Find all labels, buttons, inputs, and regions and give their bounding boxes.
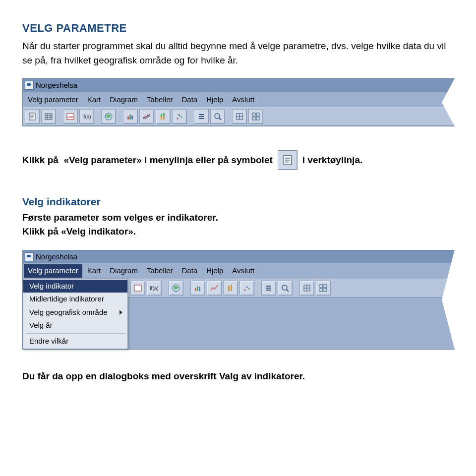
dd-velg-indikator[interactable]: Velg indikator (23, 280, 127, 293)
svg-rect-60 (324, 285, 327, 288)
svg-rect-47 (231, 285, 232, 291)
svg-rect-17 (161, 114, 162, 117)
titlebar: Norgeshelsa (23, 79, 454, 92)
svg-point-54 (282, 285, 287, 290)
menu-diagram-2[interactable]: Diagram (106, 264, 142, 278)
tool-zoom-icon-2[interactable] (278, 281, 293, 296)
svg-rect-15 (131, 116, 133, 119)
tool-formula-icon-2[interactable]: if(a) (147, 281, 162, 296)
svg-rect-46 (228, 286, 230, 291)
menu-tabeller-2[interactable]: Tabeller (143, 264, 177, 278)
svg-rect-13 (127, 117, 129, 119)
tool-zoom-icon[interactable] (210, 109, 225, 124)
menu-data-2[interactable]: Data (178, 264, 201, 278)
dd-velg-geografisk[interactable]: Velg geografisk område (23, 306, 127, 319)
app-title: Norgeshelsa (36, 80, 77, 91)
tool-formula-icon[interactable]: if(a) (79, 109, 94, 124)
svg-rect-19 (163, 113, 165, 116)
section-text-1: Første parameter som velges er indikator… (22, 211, 454, 225)
footer-text: Du får da opp en dialogboks med overskri… (22, 369, 454, 384)
tool-grid-icon-2[interactable] (316, 281, 331, 296)
instruction-pre: Klikk på «Velg parameter» i menylinja el… (22, 153, 273, 168)
svg-rect-4 (45, 114, 52, 119)
svg-point-27 (215, 114, 220, 119)
svg-rect-61 (320, 289, 323, 292)
dd-midlertidige[interactable]: Midlertidige indikatorer (23, 293, 127, 306)
menu-avslutt[interactable]: Avslutt (228, 93, 258, 107)
svg-point-49 (246, 286, 248, 288)
menu-hjelp[interactable]: Hjelp (202, 93, 227, 107)
svg-rect-62 (324, 289, 327, 292)
svg-point-48 (244, 289, 246, 291)
svg-rect-43 (195, 288, 196, 291)
tool-year-icon-2[interactable] (130, 281, 145, 296)
svg-rect-40 (134, 285, 141, 291)
svg-rect-35 (256, 117, 259, 120)
tool-table-icon[interactable] (41, 109, 56, 124)
svg-line-55 (287, 290, 289, 292)
app-window-1: Norgeshelsa Velg parameter Kart Diagram … (22, 78, 455, 126)
toolbar: 1995 if(a) (23, 107, 454, 126)
tool-globe-icon[interactable] (101, 109, 116, 124)
tool-document-icon[interactable] (25, 109, 40, 124)
app-icon (25, 81, 34, 90)
tool-window-icon[interactable] (232, 109, 247, 124)
tool-scatter-icon[interactable] (172, 109, 187, 124)
titlebar-2: Norgeshelsa (23, 250, 454, 264)
menu-velg-parameter[interactable]: Velg parameter (24, 93, 82, 107)
tool-grid-icon[interactable] (248, 109, 263, 124)
svg-text:if(a): if(a) (150, 286, 158, 291)
svg-point-50 (248, 288, 250, 289)
app-title-2: Norgeshelsa (36, 251, 77, 263)
instruction-line-1: Klikk på «Velg parameter» i menylinja el… (22, 150, 454, 170)
tool-stackedbar-icon[interactable] (156, 109, 171, 124)
svg-rect-34 (252, 117, 255, 120)
section-text-2: Klikk på «Velg indikator». (22, 225, 454, 239)
svg-rect-14 (129, 115, 131, 119)
dd-endre-vilkar[interactable]: Endre vilkår (23, 335, 127, 348)
svg-rect-44 (197, 286, 198, 291)
svg-rect-32 (252, 113, 255, 116)
dropdown-separator (25, 333, 125, 334)
tool-linechart-icon-2[interactable] (207, 281, 222, 296)
svg-rect-33 (256, 113, 259, 116)
velg-parameter-dropdown: Velg indikator Midlertidige indikatorer … (23, 278, 128, 350)
svg-rect-59 (320, 285, 323, 288)
menu-kart[interactable]: Kart (83, 93, 105, 107)
tool-barchart-icon[interactable] (123, 109, 138, 124)
menu-tabeller[interactable]: Tabeller (143, 93, 177, 107)
instruction-post: i verktøylinja. (302, 153, 362, 168)
svg-rect-45 (199, 287, 200, 291)
tool-barchart-icon-2[interactable] (190, 281, 205, 296)
document-symbol-icon (278, 150, 298, 170)
section-title-indikatorer: Velg indikatorer (22, 194, 454, 210)
menu-diagram[interactable]: Diagram (106, 93, 142, 107)
intro-text: Når du starter programmet skal du alltid… (22, 39, 454, 67)
tool-year-icon[interactable]: 1995 (63, 109, 78, 124)
menu-avslutt-2[interactable]: Avslutt (228, 264, 258, 278)
svg-point-23 (178, 114, 179, 116)
svg-text:1995: 1995 (67, 116, 74, 119)
dd-velg-ar[interactable]: Velg år (23, 319, 127, 332)
menu-velg-parameter-2[interactable]: Velg parameter (24, 264, 82, 278)
tool-scatter-icon-2[interactable] (239, 281, 254, 296)
menu-hjelp-2[interactable]: Hjelp (202, 264, 227, 278)
app-window-2: Norgeshelsa Velg parameter Kart Diagram … (22, 250, 455, 350)
menubar: Velg parameter Kart Diagram Tabeller Dat… (23, 92, 454, 108)
app-icon-2 (25, 252, 34, 261)
svg-line-28 (219, 118, 221, 120)
toolbar-2: if(a) (128, 279, 454, 298)
menubar-2: Velg parameter Kart Diagram Tabeller Dat… (23, 263, 454, 279)
menu-data[interactable]: Data (178, 93, 201, 107)
tool-stackedbar-icon-2[interactable] (223, 281, 238, 296)
menu-kart-2[interactable]: Kart (83, 264, 105, 278)
tool-list-icon-2[interactable] (261, 281, 276, 296)
tool-globe-icon-2[interactable] (169, 281, 183, 296)
svg-text:if(a): if(a) (82, 114, 91, 119)
tool-linechart-icon[interactable] (139, 109, 154, 124)
submenu-arrow-icon (119, 310, 122, 315)
tool-list-icon[interactable] (194, 109, 209, 124)
svg-point-20 (177, 118, 178, 119)
svg-point-22 (181, 117, 182, 118)
tool-window-icon-2[interactable] (299, 281, 314, 296)
